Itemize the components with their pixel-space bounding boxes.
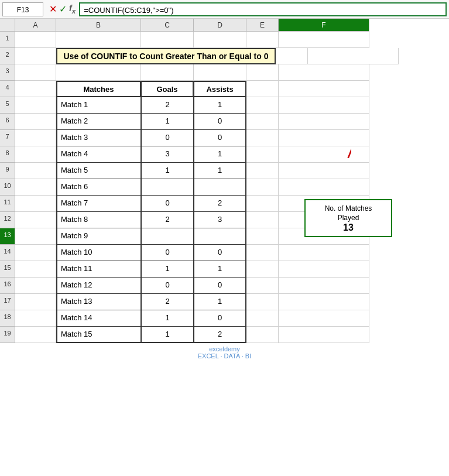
cell-assists-16[interactable]: 0: [194, 278, 246, 294]
cell-f16[interactable]: [279, 278, 369, 294]
cell-c1[interactable]: [141, 32, 194, 48]
cell-assists-9[interactable]: 1: [194, 163, 246, 179]
cell-e17[interactable]: [246, 294, 279, 310]
cell-a10[interactable]: [15, 179, 56, 196]
cell-matches-12[interactable]: Match 8: [56, 212, 141, 228]
cell-a3[interactable]: [15, 64, 56, 81]
cell-goals-9[interactable]: 1: [141, 163, 194, 179]
cell-assists-13[interactable]: [194, 228, 246, 245]
cell-f18[interactable]: [279, 310, 369, 327]
cell-matches-9[interactable]: Match 5: [56, 163, 141, 179]
cell-assists-15[interactable]: 1: [194, 261, 246, 278]
cell-f4[interactable]: [279, 81, 369, 97]
insert-function-icon[interactable]: fx: [69, 4, 76, 15]
cell-assists-14[interactable]: 0: [194, 245, 246, 261]
cell-assists-7[interactable]: 0: [194, 130, 246, 146]
cell-e1[interactable]: [246, 32, 279, 48]
cell-c3[interactable]: [141, 64, 194, 81]
cell-a7[interactable]: [15, 130, 56, 146]
cell-matches-16[interactable]: Match 12: [56, 278, 141, 294]
cell-assists-5[interactable]: 1: [194, 97, 246, 114]
cell-goals-14[interactable]: 0: [141, 245, 194, 261]
cell-a19[interactable]: [15, 327, 56, 343]
cell-a5[interactable]: [15, 97, 56, 114]
cell-e6[interactable]: [246, 114, 279, 130]
cell-e12[interactable]: [246, 212, 279, 228]
cell-a12[interactable]: [15, 212, 56, 228]
cell-f10[interactable]: [279, 179, 369, 196]
cell-matches-8[interactable]: Match 4: [56, 146, 141, 163]
cell-f6[interactable]: [279, 114, 369, 130]
cell-e10[interactable]: [246, 179, 279, 196]
cell-goals-10[interactable]: [141, 179, 194, 196]
cell-matches-13[interactable]: Match 9: [56, 228, 141, 245]
cell-goals-17[interactable]: 2: [141, 294, 194, 310]
cell-goals-6[interactable]: 1: [141, 114, 194, 130]
cell-a4[interactable]: [15, 81, 56, 97]
cell-goals-7[interactable]: 0: [141, 130, 194, 146]
cell-e18[interactable]: [246, 310, 279, 327]
cell-e11[interactable]: [246, 196, 279, 212]
col-header-b[interactable]: B: [56, 19, 141, 32]
cell-goals-19[interactable]: 1: [141, 327, 194, 343]
cell-a16[interactable]: [15, 278, 56, 294]
col-header-a[interactable]: A: [15, 19, 56, 32]
cell-f8[interactable]: [279, 146, 369, 163]
cell-goals-18[interactable]: 1: [141, 310, 194, 327]
cell-f7[interactable]: [279, 130, 369, 146]
cell-f3[interactable]: [279, 64, 369, 81]
cell-b3[interactable]: [56, 64, 141, 81]
cell-f1[interactable]: [279, 32, 369, 48]
cell-a1[interactable]: [15, 32, 56, 48]
cell-a11[interactable]: [15, 196, 56, 212]
cell-e14[interactable]: [246, 245, 279, 261]
col-header-d[interactable]: D: [194, 19, 246, 32]
col-header-f[interactable]: F: [279, 19, 369, 32]
cell-a18[interactable]: [15, 310, 56, 327]
cell-f5[interactable]: [279, 97, 369, 114]
cell-matches-19[interactable]: Match 15: [56, 327, 141, 343]
cell-a15[interactable]: [15, 261, 56, 278]
cell-assists-12[interactable]: 3: [194, 212, 246, 228]
cell-goals-15[interactable]: 1: [141, 261, 194, 278]
cell-e5[interactable]: [246, 97, 279, 114]
cell-goals-8[interactable]: 3: [141, 146, 194, 163]
cell-assists-11[interactable]: 2: [194, 196, 246, 212]
cell-a8[interactable]: [15, 146, 56, 163]
cell-a6[interactable]: [15, 114, 56, 130]
cell-goals-12[interactable]: 2: [141, 212, 194, 228]
cell-matches-7[interactable]: Match 3: [56, 130, 141, 146]
cell-d3[interactable]: [194, 64, 246, 81]
cell-name-box[interactable]: F13: [2, 2, 43, 16]
cell-e16[interactable]: [246, 278, 279, 294]
cell-matches-11[interactable]: Match 7: [56, 196, 141, 212]
cell-e4[interactable]: [246, 81, 279, 97]
cell-matches-5[interactable]: Match 1: [56, 97, 141, 114]
cell-goals-13[interactable]: [141, 228, 194, 245]
cell-a2[interactable]: [15, 48, 56, 64]
confirm-icon[interactable]: ✓: [59, 4, 67, 15]
cell-matches-6[interactable]: Match 2: [56, 114, 141, 130]
cell-goals-11[interactable]: 0: [141, 196, 194, 212]
cell-assists-6[interactable]: 0: [194, 114, 246, 130]
cell-b1[interactable]: [56, 32, 141, 48]
formula-box[interactable]: =COUNTIF(C5:C19,">=0"): [79, 2, 447, 16]
cell-matches-15[interactable]: Match 11: [56, 261, 141, 278]
cell-matches-18[interactable]: Match 14: [56, 310, 141, 327]
cell-e7[interactable]: [246, 130, 279, 146]
cell-e2[interactable]: [276, 48, 308, 64]
cell-a14[interactable]: [15, 245, 56, 261]
col-header-c[interactable]: C: [141, 19, 194, 32]
cell-matches-10[interactable]: Match 6: [56, 179, 141, 196]
cancel-icon[interactable]: ✕: [49, 4, 57, 15]
cell-f19[interactable]: [279, 327, 369, 343]
cell-f15[interactable]: [279, 261, 369, 278]
cell-goals-5[interactable]: 2: [141, 97, 194, 114]
cell-goals-16[interactable]: 0: [141, 278, 194, 294]
cell-a9[interactable]: [15, 163, 56, 179]
cell-f9[interactable]: [279, 163, 369, 179]
cell-matches-17[interactable]: Match 13: [56, 294, 141, 310]
cell-e13[interactable]: [246, 228, 279, 245]
cell-e15[interactable]: [246, 261, 279, 278]
cell-assists-10[interactable]: [194, 179, 246, 196]
